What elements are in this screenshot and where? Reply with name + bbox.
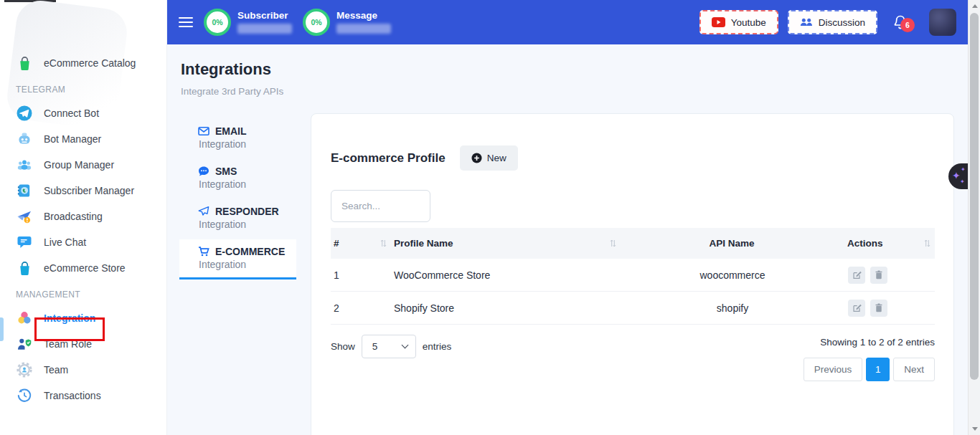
sidebar-item-team[interactable]: Team [0, 357, 166, 383]
sidebar-item-bot-manager[interactable]: Bot Manager [0, 126, 166, 152]
clock-history-icon [16, 387, 33, 404]
column-header-api-name[interactable]: API Name [621, 238, 844, 249]
next-page-button[interactable]: Next [893, 358, 935, 381]
discussion-button-label: Discussion [819, 17, 865, 28]
cell-num: 1 [331, 269, 391, 281]
table-header-row: # Profile Name API Name Actions [331, 228, 935, 259]
scrollbar [968, 0, 980, 435]
edit-button[interactable] [848, 300, 865, 317]
table-row: 1 WooCommerce Store woocommerce [331, 259, 935, 292]
tab-ecommerce-integration[interactable]: E-COMMERCE Integration [179, 239, 296, 279]
tab-label: RESPONDER [215, 206, 279, 217]
column-header-num[interactable]: # [331, 238, 391, 249]
address-book-icon [16, 182, 33, 199]
subscriber-progress-value: 0% [212, 18, 222, 27]
color-circles-icon [16, 310, 33, 327]
show-label: Show [331, 341, 355, 352]
sidebar-item-group-manager[interactable]: Group Manager [0, 152, 166, 178]
sidebar-item-label: Transactions [44, 390, 101, 401]
notification-count-badge: 6 [900, 18, 915, 32]
page-size-select[interactable]: 5 [362, 335, 416, 358]
hamburger-menu-icon[interactable] [179, 14, 193, 30]
sidebar-section-telegram: TELEGRAM [16, 85, 166, 95]
sidebar-item-label: Live Chat [44, 236, 86, 248]
shopping-bag-blue-icon [16, 259, 33, 277]
scrollbar-thumb[interactable] [970, 13, 979, 380]
new-button[interactable]: New [460, 145, 518, 171]
previous-page-button[interactable]: Previous [804, 358, 863, 381]
robot-icon [16, 130, 33, 148]
sidebar-item-label: Connect Bot [44, 107, 99, 119]
integration-tabs: EMAIL Integration SMS Integration RESPON… [179, 119, 296, 279]
cell-profile-name: WooCommerce Store [391, 269, 621, 281]
sort-icon [924, 239, 930, 247]
subscriber-stat-label: Subscriber [237, 10, 292, 21]
gear-person-icon [16, 361, 33, 378]
main-content: Integrations Integrate 3rd Party APIs EM… [167, 44, 968, 435]
scroll-down-arrow[interactable] [969, 423, 980, 435]
cell-api-name: shopify [621, 302, 844, 314]
sort-icon [610, 239, 616, 247]
trash-icon [875, 270, 883, 279]
cell-actions [844, 300, 935, 317]
new-button-label: New [487, 153, 507, 163]
sidebar-item-label: Bot Manager [44, 133, 101, 145]
sidebar-item-ecommerce-catalog[interactable]: eCommerce Catalog [0, 50, 166, 76]
tab-sms-integration[interactable]: SMS Integration [179, 159, 296, 199]
people-icon [800, 17, 813, 27]
sidebar-item-transactions[interactable]: Transactions [0, 383, 166, 408]
notifications-button[interactable]: 6 [893, 14, 908, 30]
chat-bubble-icon [16, 234, 33, 251]
search-input[interactable] [331, 190, 430, 222]
message-progress-value: 0% [311, 18, 321, 27]
delete-button[interactable] [870, 300, 887, 317]
sort-icon [380, 239, 387, 247]
active-item-indicator [0, 317, 4, 341]
sidebar-item-label: eCommerce Store [44, 262, 126, 274]
tab-sublabel: Integration [199, 138, 296, 150]
broadcast-plane-icon [16, 208, 33, 225]
youtube-button-label: Youtube [731, 17, 766, 28]
cell-api-name: woocommerce [621, 269, 844, 281]
sidebar-item-subscriber-manager[interactable]: Subscriber Manager [0, 178, 166, 204]
discussion-button[interactable]: Discussion [788, 10, 877, 34]
page-1-button[interactable]: 1 [866, 358, 890, 381]
message-stat: 0% Message [303, 9, 391, 36]
sidebar-section-management: MANAGEMENT [16, 290, 166, 300]
column-header-profile-name[interactable]: Profile Name [391, 238, 621, 249]
youtube-button[interactable]: Youtube [699, 10, 778, 34]
subscriber-stat: 0% Subscriber [204, 9, 292, 36]
sidebar-item-connect-bot[interactable]: Connect Bot [0, 100, 166, 126]
subscriber-progress-ring: 0% [204, 9, 231, 36]
column-header-actions[interactable]: Actions [844, 238, 935, 249]
sms-bubble-icon [198, 166, 209, 177]
person-shield-icon [16, 335, 33, 353]
page-size-control: Show 5 entries [331, 335, 451, 358]
user-avatar[interactable] [929, 9, 956, 36]
sidebar-item-broadcasting[interactable]: Broadcasting [0, 204, 166, 229]
plus-circle-icon [471, 153, 482, 163]
message-stat-blurred-value [336, 24, 391, 34]
tab-label: EMAIL [215, 125, 247, 137]
panel-title: E-commerce Profile [331, 151, 446, 166]
sidebar-item-team-role[interactable]: Team Role [0, 331, 166, 357]
sidebar-item-label: Broadcasting [44, 211, 103, 222]
sidebar-item-live-chat[interactable]: Live Chat [0, 229, 166, 255]
sidebar-item-integration[interactable]: Integration [0, 305, 166, 331]
shopping-bag-green-icon [16, 54, 33, 72]
tab-email-integration[interactable]: EMAIL Integration [179, 119, 296, 159]
sidebar-item-ecommerce-store[interactable]: eCommerce Store [0, 255, 166, 281]
edit-button[interactable] [848, 267, 865, 284]
scroll-up-arrow[interactable] [969, 0, 980, 12]
cart-icon [198, 246, 209, 257]
telegram-plane-icon [16, 105, 33, 122]
paper-plane-icon [198, 206, 209, 217]
delete-button[interactable] [870, 267, 887, 284]
sparkle-small-icon: ✦ [961, 167, 966, 173]
sidebar-item-label: Subscriber Manager [44, 185, 134, 196]
tab-responder-integration[interactable]: RESPONDER Integration [179, 199, 296, 239]
profiles-table: # Profile Name API Name Actions [331, 228, 935, 325]
showing-entries-text: Showing 1 to 2 of 2 entries [804, 335, 935, 348]
sidebar-item-label: Integration [44, 312, 95, 324]
sidebar-item-label: eCommerce Catalog [44, 57, 136, 69]
